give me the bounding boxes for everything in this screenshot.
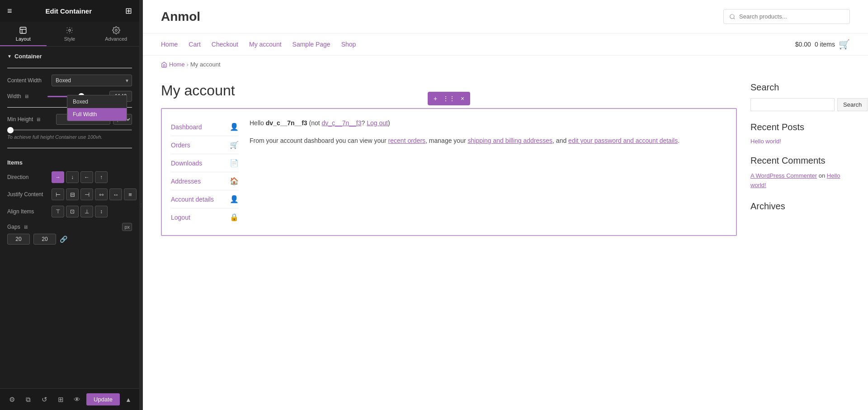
dropdown-item-boxed[interactable]: Boxed xyxy=(67,95,127,108)
menu-item-downloads-label: Downloads xyxy=(171,160,202,167)
resize-handle[interactable]: ⋮ xyxy=(139,0,143,410)
logout-link[interactable]: Log out xyxy=(367,119,388,127)
collapse-button[interactable]: ▲ xyxy=(123,394,134,405)
monitor-icon: 🖥 xyxy=(24,94,29,99)
tab-layout[interactable]: Layout xyxy=(0,22,47,46)
hello-username: dv_c__7n__f3 xyxy=(266,119,307,127)
sidebar-search-button[interactable]: Search xyxy=(837,98,868,111)
min-height-slider-row xyxy=(0,127,139,132)
sidebar-post-link-0[interactable]: Hello world! xyxy=(750,138,850,145)
cart-icon[interactable]: 🛒 xyxy=(839,39,850,50)
dropdown-item-fullwidth[interactable]: Full Width xyxy=(67,108,127,121)
menu-item-logout[interactable]: Logout 🔒 xyxy=(171,208,239,226)
gap-col-input[interactable] xyxy=(7,234,30,245)
j-btn-center[interactable]: ⊟ xyxy=(66,189,79,200)
hamburger-icon[interactable]: ≡ xyxy=(7,6,12,16)
menu-item-orders-label: Orders xyxy=(171,141,190,149)
history-icon[interactable]: ↺ xyxy=(38,393,51,406)
svg-rect-0 xyxy=(20,27,27,33)
nav-cart[interactable]: Cart xyxy=(189,41,200,48)
toolbar-add-btn[interactable]: + xyxy=(430,94,440,104)
link-icon[interactable]: 🔗 xyxy=(60,236,67,243)
toolbar-move-btn[interactable]: ⋮⋮ xyxy=(444,94,454,104)
breadcrumb-home[interactable]: Home xyxy=(169,61,185,68)
menu-item-logout-label: Logout xyxy=(171,214,190,221)
j-btn-start[interactable]: ⊢ xyxy=(52,189,64,200)
dir-btn-left[interactable]: ← xyxy=(80,171,93,183)
a-btn-start[interactable]: ⊤ xyxy=(52,206,64,217)
monitor-icon2: 🖥 xyxy=(36,117,41,122)
orders-icon: 🛒 xyxy=(230,141,239,149)
dir-btn-up[interactable]: ↑ xyxy=(95,171,108,183)
search-icon xyxy=(729,14,736,20)
container-label: Container xyxy=(14,53,42,60)
justify-buttons: ⊢ ⊟ ⊣ ⇿ ↔ ≡ xyxy=(52,189,137,200)
account-desc: From your account dashboard you can view… xyxy=(250,135,727,146)
shipping-link[interactable]: shipping and billing addresses xyxy=(467,137,552,144)
grid-icon[interactable]: ⊞ xyxy=(125,6,132,16)
tab-advanced[interactable]: Advanced xyxy=(93,22,139,46)
duplicate-icon[interactable]: ⊞ xyxy=(54,393,67,406)
svg-point-5 xyxy=(730,14,734,18)
tab-style[interactable]: Style xyxy=(47,22,93,46)
comment-author-link[interactable]: A WordPress Commenter xyxy=(750,172,817,179)
a-btn-center[interactable]: ⊡ xyxy=(66,206,79,217)
menu-item-addresses[interactable]: Addresses 🏠 xyxy=(171,172,239,190)
j-btn-space-around[interactable]: ↔ xyxy=(109,189,122,200)
gaps-unit[interactable]: px xyxy=(122,223,132,231)
edit-password-link[interactable]: edit your password and account details xyxy=(568,137,678,144)
site-nav: Home Cart Checkout My account Sample Pag… xyxy=(143,33,868,56)
main-content: Anmol Home Cart Checkout My account Samp… xyxy=(143,0,868,410)
a-btn-stretch[interactable]: ↕ xyxy=(95,206,108,217)
section-arrow[interactable]: ▼ xyxy=(7,54,12,59)
search-bar xyxy=(723,9,850,24)
direction-buttons: → ↓ ← ↑ xyxy=(52,171,108,183)
sidebar-search-field[interactable] xyxy=(750,98,835,111)
comment-text: A WordPress Commenter on Hello world! xyxy=(750,171,850,190)
nav-myaccount[interactable]: My account xyxy=(249,41,282,48)
editor-panel: ≡ Edit Container ⊞ Layout Style Ad xyxy=(0,0,139,410)
nav-checkout[interactable]: Checkout xyxy=(212,41,238,48)
j-btn-space-between[interactable]: ⇿ xyxy=(95,189,108,200)
gaps-field: Gaps 🖥 px 🔗 xyxy=(0,220,139,247)
min-height-slider[interactable] xyxy=(7,129,132,131)
svg-line-6 xyxy=(734,18,735,19)
gaps-inputs: 🔗 xyxy=(7,234,132,245)
account-menu: Dashboard 👤 Orders 🛒 Downloads 📄 Ad xyxy=(171,118,239,226)
align-buttons: ⊤ ⊡ ⊥ ↕ xyxy=(52,206,108,217)
account-inner: Dashboard 👤 Orders 🛒 Downloads 📄 Ad xyxy=(171,118,727,226)
menu-item-dashboard[interactable]: Dashboard 👤 xyxy=(171,118,239,136)
account-content: Hello dv_c__7n__f3 (not dv_c__7n__f3? Lo… xyxy=(250,118,727,226)
j-btn-end[interactable]: ⊣ xyxy=(80,189,93,200)
content-width-select[interactable]: Boxed Full Width xyxy=(52,75,132,86)
menu-item-account-details[interactable]: Account details 👤 xyxy=(171,190,239,208)
home-icon xyxy=(161,61,167,68)
toolbar-close-btn[interactable]: × xyxy=(458,94,467,104)
update-button[interactable]: Update xyxy=(86,393,120,405)
svg-point-3 xyxy=(69,29,71,32)
recent-orders-link[interactable]: recent orders xyxy=(388,137,425,144)
nav-sample[interactable]: Sample Page xyxy=(292,41,330,48)
gap-row-input[interactable] xyxy=(33,234,56,245)
settings-icon[interactable]: ⚙ xyxy=(5,393,18,406)
menu-item-downloads[interactable]: Downloads 📄 xyxy=(171,154,239,172)
content-width-dropdown: Boxed Full Width xyxy=(67,95,127,121)
min-height-label-wrap: Min Height 🖥 xyxy=(7,116,52,123)
content-width-label: Content Width xyxy=(7,77,48,84)
nav-home[interactable]: Home xyxy=(161,41,178,48)
layers-icon[interactable]: ⧉ xyxy=(22,393,34,406)
not-user-link[interactable]: dv_c__7n__f3 xyxy=(322,119,362,127)
justify-label: Justify Content xyxy=(7,191,48,198)
sidebar-archives-widget: Archives xyxy=(750,201,850,212)
divider3 xyxy=(7,148,132,148)
sidebar-posts-widget: Recent Posts Hello world! xyxy=(750,122,850,145)
dir-btn-right[interactable]: → xyxy=(52,171,64,183)
eye-icon[interactable]: 👁 xyxy=(71,393,83,406)
j-btn-space-evenly[interactable]: ≡ xyxy=(124,189,137,200)
menu-item-orders[interactable]: Orders 🛒 xyxy=(171,136,239,154)
sidebar-search-widget: Search Search xyxy=(750,82,850,111)
search-products-input[interactable] xyxy=(739,13,844,20)
a-btn-end[interactable]: ⊥ xyxy=(80,206,93,217)
nav-shop[interactable]: Shop xyxy=(341,41,356,48)
dir-btn-down[interactable]: ↓ xyxy=(66,171,79,183)
